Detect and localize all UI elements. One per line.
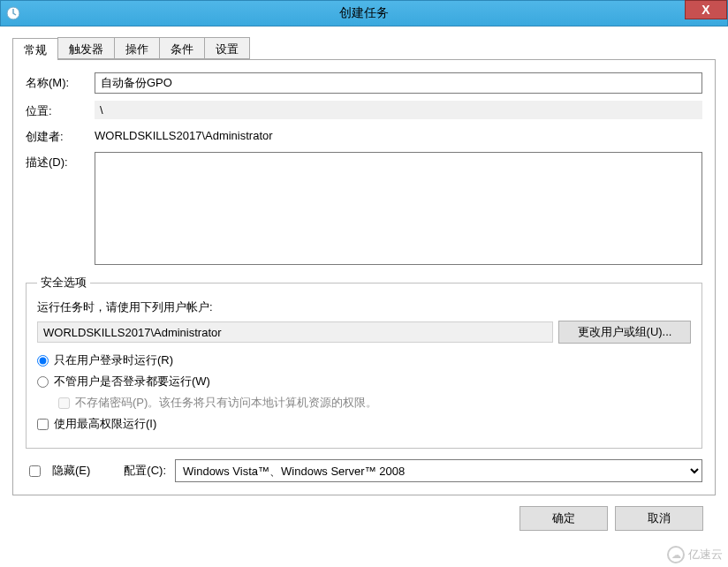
cloud-icon: ☁ [667, 546, 685, 563]
run-as-prompt: 运行任务时，请使用下列用户帐户: [37, 299, 691, 315]
name-input[interactable] [95, 72, 702, 94]
description-input[interactable] [95, 152, 702, 265]
location-value: \ [95, 101, 702, 119]
highest-privileges-label: 使用最高权限运行(I) [54, 416, 156, 432]
configure-label: 配置(C): [124, 463, 166, 479]
tab-settings[interactable]: 设置 [204, 37, 250, 59]
security-legend: 安全选项 [37, 275, 90, 291]
ok-button[interactable]: 确定 [519, 506, 608, 531]
window-title: 创建任务 [1, 5, 727, 21]
highest-privileges-checkbox[interactable] [37, 419, 49, 430]
run-logged-on-label: 只在用户登录时运行(R) [54, 352, 173, 368]
description-label: 描述(D): [26, 152, 95, 170]
no-store-password-checkbox [58, 397, 70, 409]
change-user-button[interactable]: 更改用户或组(U)... [558, 321, 691, 344]
run-whether-label: 不管用户是否登录都要运行(W) [54, 374, 210, 389]
security-options-group: 安全选项 运行任务时，请使用下列用户帐户: WORLDSKILLS2017\Ad… [26, 275, 702, 449]
tab-strip: 常规 触发器 操作 条件 设置 [12, 37, 716, 60]
no-store-password-label: 不存储密码(P)。该任务将只有访问本地计算机资源的权限。 [75, 395, 377, 411]
run-whether-radio[interactable] [37, 376, 49, 388]
location-label: 位置: [26, 101, 95, 119]
watermark-text: 亿速云 [688, 547, 723, 563]
title-bar: 创建任务 X [0, 0, 728, 26]
creator-value: WORLDSKILLS2017\Administrator [95, 126, 702, 145]
run-logged-on-radio[interactable] [37, 355, 49, 367]
name-label: 名称(M): [26, 72, 95, 91]
tab-actions[interactable]: 操作 [114, 37, 160, 59]
hidden-checkbox[interactable] [29, 465, 41, 477]
user-account-display: WORLDSKILLS2017\Administrator [37, 321, 553, 343]
general-panel: 名称(M): 位置: \ 创建者: WORLDSKILLS2017\Admini… [12, 60, 716, 495]
watermark: ☁ 亿速云 [667, 546, 723, 563]
hidden-label: 隐藏(E) [52, 463, 90, 479]
creator-label: 创建者: [26, 126, 95, 145]
tab-general[interactable]: 常规 [12, 38, 58, 60]
cancel-button[interactable]: 取消 [615, 506, 703, 531]
tab-triggers[interactable]: 触发器 [57, 37, 115, 59]
configure-select[interactable]: Windows Vista™、Windows Server™ 2008 [175, 459, 702, 482]
tab-conditions[interactable]: 条件 [159, 37, 205, 59]
